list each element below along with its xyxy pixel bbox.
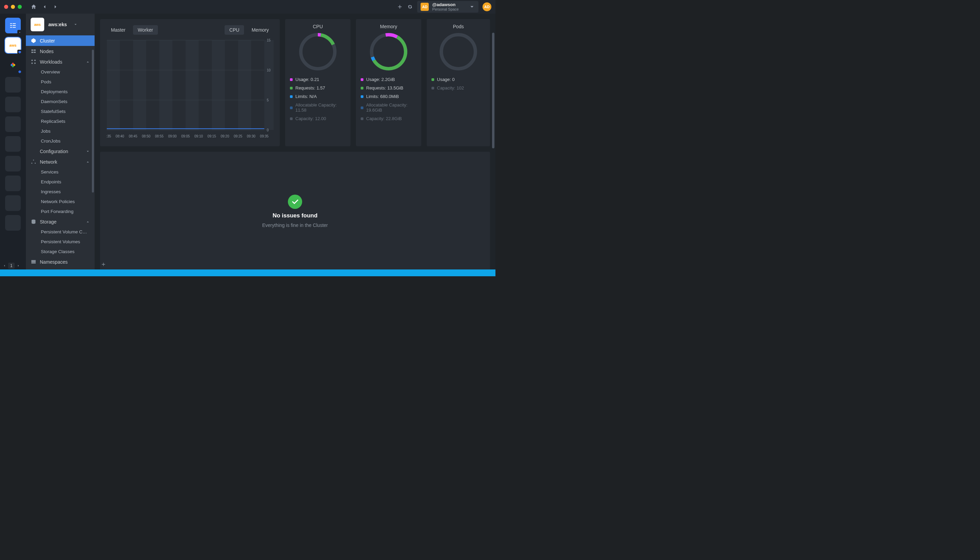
svg-rect-5 [34, 50, 36, 51]
home-icon[interactable] [31, 4, 37, 10]
legend-label: Capacity: 102 [437, 85, 464, 90]
svg-text:15: 15 [267, 38, 270, 42]
sidebar-item-pods[interactable]: Pods [26, 77, 95, 87]
forward-icon[interactable] [52, 4, 58, 10]
sidebar-item-ingresses[interactable]: Ingresses [26, 187, 95, 197]
rail-placeholder[interactable] [5, 97, 21, 112]
sidebar-item-network[interactable]: Network [26, 157, 95, 167]
sidebar-item-label: Storage [40, 219, 57, 225]
svg-text:09:15: 09:15 [208, 134, 216, 138]
sidebar-item-label: Overview [41, 69, 60, 75]
rail-placeholder[interactable] [5, 175, 21, 191]
legend-row: Capacity: 12.00 [290, 116, 346, 121]
svg-marker-1 [18, 51, 21, 53]
svg-rect-19 [159, 40, 173, 130]
chevron-down-icon [86, 149, 90, 153]
sidebar-item-storage[interactable]: Storage [26, 217, 95, 227]
pager-number[interactable]: 1 [8, 263, 15, 269]
minimize-window-button[interactable] [11, 5, 15, 9]
rail-placeholder[interactable] [5, 195, 21, 211]
sidebar-item-statefulsets[interactable]: StatefulSets [26, 107, 95, 117]
chevron-down-icon [469, 4, 475, 10]
gauge-legend: Usage: 2.2GiBRequests: 13.5GiBLimits: 68… [361, 77, 417, 121]
svg-text:08:35: 08:35 [106, 134, 111, 138]
titlebar-left [4, 4, 58, 10]
cluster-rail: aws [0, 13, 26, 276]
rail-cluster-aws-active[interactable]: aws [5, 37, 21, 53]
tab-metric-cpu[interactable]: CPU [225, 25, 244, 35]
sidebar-item-cronjobs[interactable]: CronJobs [26, 136, 95, 146]
sidebar-item-services[interactable]: Services [26, 167, 95, 177]
sidebar: aws aws:eks ClusterNodesWorkloadsOvervie… [26, 13, 95, 276]
cluster-switcher[interactable]: aws aws:eks [26, 13, 95, 35]
legend-dot [361, 95, 363, 98]
sidebar-item-port-forwarding[interactable]: Port Forwarding [26, 207, 95, 217]
shell: aws aws aws:eks ClusterNodesWorkloadsOve… [0, 13, 495, 276]
pager-next-icon[interactable] [17, 264, 20, 267]
sidebar-item-label: Network [40, 159, 57, 165]
maximize-window-button[interactable] [18, 5, 22, 9]
rail-placeholder[interactable] [5, 117, 21, 132]
legend-dot [361, 87, 363, 90]
back-icon[interactable] [42, 4, 48, 10]
sidebar-item-label: Storage Classes [41, 249, 75, 254]
legend-label: Requests: 13.5GiB [366, 85, 403, 90]
svg-text:5: 5 [267, 98, 269, 102]
rail-cluster-gcp[interactable] [5, 57, 21, 73]
legend-label: Usage: 0.21 [295, 77, 319, 82]
legend-dot [290, 117, 293, 120]
tab-node-master[interactable]: Master [106, 25, 130, 35]
sidebar-item-daemonsets[interactable]: DaemonSets [26, 97, 95, 107]
svg-text:08:45: 08:45 [128, 134, 137, 138]
sidebar-item-label: Deployments [41, 89, 68, 94]
legend-dot [361, 117, 363, 120]
content-scrollbar[interactable] [492, 33, 495, 155]
sidebar-item-label: Cluster [40, 38, 55, 43]
sidebar-item-overview[interactable]: Overview [26, 67, 95, 77]
gear-icon[interactable] [407, 4, 413, 10]
sidebar-item-workloads[interactable]: Workloads [26, 57, 95, 67]
pager-prev-icon[interactable] [3, 264, 6, 267]
add-icon[interactable] [397, 4, 403, 10]
sidebar-item-endpoints[interactable]: Endpoints [26, 177, 95, 187]
close-window-button[interactable] [4, 5, 8, 9]
user-menu[interactable]: AD @adawson Personal Space [417, 1, 478, 13]
rail-placeholder[interactable] [5, 136, 21, 152]
terminal-bar [95, 259, 106, 270]
workspace-pager: 1 [3, 263, 20, 269]
legend-dot [361, 107, 363, 109]
rail-placeholder[interactable] [5, 77, 21, 93]
gauge-ring [290, 31, 346, 72]
legend-label: Usage: 2.2GiB [366, 77, 395, 82]
svg-rect-6 [31, 52, 33, 53]
sidebar-item-storage-classes[interactable]: Storage Classes [26, 247, 95, 257]
svg-point-9 [34, 60, 36, 61]
tab-metric-memory[interactable]: Memory [247, 25, 273, 35]
legend-label: Limits: 680.0MiB [366, 94, 399, 99]
rail-catalog[interactable] [5, 18, 21, 33]
sidebar-item-label: Pods [41, 79, 52, 84]
avatar-round[interactable]: AD [483, 2, 492, 11]
sidebar-scrollbar[interactable] [92, 50, 94, 254]
sidebar-item-replicasets[interactable]: ReplicaSets [26, 117, 95, 126]
tab-node-worker[interactable]: Worker [133, 25, 158, 35]
sidebar-item-cluster[interactable]: Cluster [26, 35, 95, 46]
sidebar-item-configuration[interactable]: Configuration [26, 146, 95, 157]
sidebar-item-jobs[interactable]: Jobs [26, 126, 95, 136]
gauge-title: Pods [432, 24, 485, 29]
rail-placeholder[interactable] [5, 156, 21, 172]
sidebar-item-nodes[interactable]: Nodes [26, 46, 95, 57]
svg-marker-2 [18, 70, 21, 73]
sidebar-item-persistent-volume-c-[interactable]: Persistent Volume C… [26, 227, 95, 237]
add-terminal-icon[interactable] [101, 262, 106, 267]
svg-text:09:30: 09:30 [247, 134, 255, 138]
legend-row: Capacity: 22.8GiB [361, 116, 417, 121]
sidebar-item-label: StatefulSets [41, 109, 66, 114]
sidebar-item-network-policies[interactable]: Network Policies [26, 197, 95, 207]
sidebar-item-deployments[interactable]: Deployments [26, 87, 95, 97]
svg-rect-22 [238, 40, 252, 130]
sidebar-item-label: Configuration [40, 149, 68, 154]
sidebar-item-namespaces[interactable]: Namespaces [26, 257, 95, 267]
sidebar-item-persistent-volumes[interactable]: Persistent Volumes [26, 237, 95, 247]
rail-placeholder[interactable] [5, 215, 21, 231]
